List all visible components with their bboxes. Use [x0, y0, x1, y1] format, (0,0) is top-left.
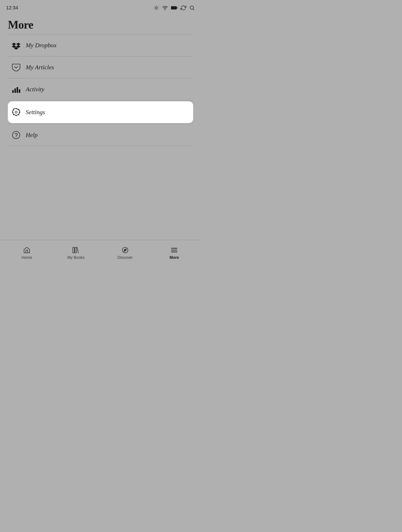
activity-label: Activity — [26, 86, 45, 93]
svg-line-8 — [158, 6, 158, 6]
activity-icon — [11, 84, 21, 94]
settings-label: Settings — [26, 109, 45, 116]
menu-item-help[interactable]: Help — [8, 124, 193, 146]
svg-point-14 — [190, 6, 193, 9]
help-label: Help — [26, 132, 38, 139]
mybooks-label: My Books — [67, 255, 84, 260]
menu-item-activity[interactable]: Activity — [8, 78, 193, 100]
status-icons — [154, 5, 195, 11]
nav-item-discover[interactable]: Discover — [101, 244, 150, 262]
svg-line-3 — [155, 6, 155, 6]
nav-item-home[interactable]: Home — [2, 244, 52, 262]
svg-point-21 — [13, 131, 20, 139]
page-title: More — [8, 18, 193, 31]
more-icon — [170, 246, 178, 254]
home-label: Home — [22, 255, 32, 260]
dropbox-icon — [11, 40, 21, 50]
svg-rect-16 — [12, 90, 14, 93]
svg-rect-23 — [73, 247, 74, 253]
more-label: More — [170, 255, 179, 260]
wifi-icon — [162, 5, 168, 11]
brightness-icon — [154, 5, 159, 11]
svg-line-4 — [158, 9, 158, 10]
svg-rect-24 — [75, 247, 77, 253]
discover-label: Discover — [117, 255, 133, 260]
help-icon — [11, 130, 21, 140]
status-bar: 12:34 — [0, 0, 201, 14]
gear-icon — [11, 108, 21, 117]
svg-point-0 — [156, 7, 157, 9]
search-icon[interactable] — [189, 5, 195, 11]
nav-item-more[interactable]: More — [150, 244, 199, 262]
svg-rect-18 — [17, 87, 18, 93]
menu-item-settings[interactable]: Settings — [8, 101, 193, 123]
articles-label: My Articles — [26, 64, 54, 71]
svg-marker-26 — [124, 249, 126, 251]
svg-rect-13 — [171, 6, 176, 9]
page-content: More My Dropbox My Articles — [0, 14, 201, 146]
pocket-icon — [11, 63, 21, 72]
svg-point-9 — [165, 10, 165, 10]
menu-item-dropbox[interactable]: My Dropbox — [8, 34, 193, 56]
svg-rect-19 — [19, 89, 20, 93]
svg-line-15 — [193, 9, 194, 10]
divider-5 — [8, 146, 193, 146]
svg-point-20 — [15, 111, 17, 113]
sync-icon — [181, 5, 186, 11]
discover-icon — [121, 246, 129, 254]
books-icon — [72, 246, 80, 254]
nav-item-mybooks[interactable]: My Books — [52, 244, 101, 262]
menu-item-articles[interactable]: My Articles — [8, 57, 193, 78]
divider-3 — [8, 100, 193, 101]
dropbox-label: My Dropbox — [26, 42, 57, 49]
bottom-nav: Home My Books Discover — [0, 240, 201, 266]
svg-point-22 — [16, 137, 17, 137]
svg-line-7 — [155, 9, 155, 10]
home-icon — [23, 246, 31, 254]
status-time: 12:34 — [6, 5, 18, 11]
battery-icon — [171, 5, 177, 11]
svg-rect-17 — [14, 89, 16, 93]
